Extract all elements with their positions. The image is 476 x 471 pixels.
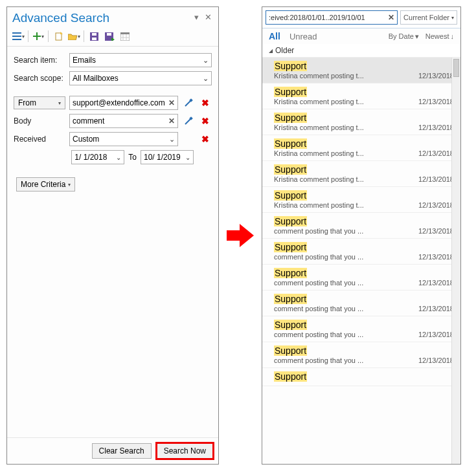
mail-date: 12/13/2018 bbox=[418, 201, 454, 209]
add-button[interactable] bbox=[31, 29, 45, 43]
body-input[interactable]: comment✕ bbox=[69, 114, 178, 128]
received-select[interactable]: Custom bbox=[69, 132, 178, 146]
mail-item[interactable]: Supportcomment posting that you ...12/13… bbox=[262, 342, 460, 368]
mail-item[interactable]: SupportKristina comment posting t...12/1… bbox=[262, 83, 460, 109]
advanced-search-panel: Advanced Search ▾ ✕ Search item: Emails … bbox=[6, 6, 219, 465]
eyedropper-icon[interactable] bbox=[182, 115, 195, 127]
scrollbar[interactable] bbox=[451, 58, 460, 464]
results-panel: :eived:2018/01/01..2019/10/01 ✕ Current … bbox=[262, 6, 461, 465]
mail-from: Support bbox=[274, 294, 454, 304]
eyedropper-icon[interactable] bbox=[182, 96, 195, 109]
mail-date: 12/13/2018 bbox=[418, 331, 454, 338]
mail-item[interactable]: Supportcomment posting that you ...12/13… bbox=[262, 265, 460, 290]
svg-rect-12 bbox=[107, 33, 111, 36]
mail-subject: comment posting that you ... bbox=[274, 331, 363, 338]
search-item-select[interactable]: Emails bbox=[69, 53, 212, 67]
scope-select[interactable]: Current Folder bbox=[400, 10, 457, 25]
remove-received-icon[interactable]: ✖ bbox=[199, 133, 212, 146]
mail-subject: Kristina comment posting t... bbox=[274, 72, 364, 80]
scrollbar-thumb[interactable] bbox=[453, 59, 459, 77]
svg-rect-4 bbox=[33, 36, 41, 37]
mail-item[interactable]: Supportcomment posting that you ...12/13… bbox=[262, 239, 460, 265]
save-button[interactable] bbox=[87, 29, 101, 43]
mail-date: 12/13/2018 bbox=[418, 227, 454, 235]
mail-from: Support bbox=[274, 216, 454, 226]
mail-date: 12/13/2018 bbox=[418, 279, 454, 287]
new-file-button[interactable] bbox=[51, 29, 65, 43]
mail-from: Support bbox=[274, 113, 454, 123]
mail-from: Support bbox=[274, 345, 454, 356]
mail-item[interactable]: SupportKristina comment posting t...12/1… bbox=[262, 135, 460, 161]
save-as-button[interactable] bbox=[102, 29, 117, 43]
mail-subject: Kristina comment posting t... bbox=[274, 149, 364, 157]
mail-from: Support bbox=[274, 61, 454, 71]
mail-from: Support bbox=[274, 138, 454, 149]
mail-item[interactable]: SupportKristina comment posting t...12/1… bbox=[262, 187, 460, 213]
mail-date: 12/13/2018 bbox=[418, 175, 454, 183]
mail-from: Support bbox=[274, 242, 454, 252]
toolbar bbox=[7, 27, 218, 47]
remove-body-icon[interactable]: ✖ bbox=[199, 115, 212, 127]
clear-body-icon[interactable]: ✕ bbox=[168, 116, 175, 126]
search-scope-select[interactable]: All Mailboxes bbox=[69, 71, 212, 85]
search-query-input[interactable]: :eived:2018/01/01..2019/10/01 ✕ bbox=[266, 10, 398, 25]
mail-item[interactable]: SupportKristina comment posting t...12/1… bbox=[262, 109, 460, 135]
date-to-label: To bbox=[128, 153, 137, 162]
svg-rect-9 bbox=[92, 33, 96, 36]
remove-from-icon[interactable]: ✖ bbox=[199, 96, 212, 109]
arrow-icon bbox=[224, 219, 256, 252]
svg-line-19 bbox=[185, 101, 190, 106]
more-criteria-button[interactable]: More Criteria bbox=[16, 177, 75, 192]
search-scope-label: Search scope: bbox=[14, 74, 65, 83]
sort-order-button[interactable]: Newest ↓ bbox=[425, 32, 454, 41]
mail-item[interactable]: Supportcomment posting that you ...12/13… bbox=[262, 290, 460, 316]
mail-date: 12/13/2018 bbox=[418, 124, 454, 131]
mail-item[interactable]: Supportcomment posting that you ...12/13… bbox=[262, 213, 460, 239]
mail-list: SupportKristina comment posting t...12/1… bbox=[262, 58, 460, 464]
svg-rect-0 bbox=[12, 32, 21, 34]
dropdown-icon[interactable]: ▾ bbox=[191, 13, 201, 23]
svg-rect-10 bbox=[92, 38, 96, 40]
mail-subject: comment posting that you ... bbox=[274, 305, 363, 312]
mail-date: 12/13/2018 bbox=[418, 356, 454, 364]
mail-item[interactable]: Support bbox=[262, 368, 460, 386]
list-menu-button[interactable] bbox=[11, 29, 25, 43]
group-header-older[interactable]: Older bbox=[262, 44, 460, 58]
body-label: Body bbox=[14, 116, 65, 126]
clear-search-button[interactable]: Clear Search bbox=[92, 443, 152, 459]
svg-rect-1 bbox=[12, 36, 21, 37]
svg-rect-15 bbox=[120, 32, 130, 34]
mail-date: 12/13/2018 bbox=[418, 72, 454, 80]
mail-subject: Kristina comment posting t... bbox=[274, 201, 364, 209]
mail-subject: comment posting that you ... bbox=[274, 227, 363, 235]
sort-by-button[interactable]: By Date ▾ bbox=[389, 32, 419, 41]
svg-rect-2 bbox=[12, 39, 21, 40]
svg-marker-6 bbox=[60, 32, 63, 34]
date-to-input[interactable]: 10/ 1/2019 bbox=[141, 150, 194, 164]
mail-from: Support bbox=[274, 268, 454, 278]
calendar-button[interactable] bbox=[118, 29, 132, 43]
mail-subject: Kristina comment posting t... bbox=[274, 124, 364, 131]
received-label: Received bbox=[14, 135, 65, 144]
tab-unread[interactable]: Unread bbox=[289, 32, 317, 41]
mail-item[interactable]: SupportKristina comment posting t...12/1… bbox=[262, 161, 460, 187]
mail-subject: comment posting that you ... bbox=[274, 356, 363, 364]
search-now-button[interactable]: Search Now bbox=[157, 443, 213, 459]
date-from-input[interactable]: 1/ 1/2018 bbox=[71, 150, 124, 164]
tab-all[interactable]: All bbox=[269, 31, 280, 41]
panel-title: Advanced Search bbox=[12, 11, 190, 25]
open-folder-button[interactable] bbox=[67, 29, 81, 43]
close-icon[interactable]: ✕ bbox=[203, 13, 213, 23]
mail-item[interactable]: SupportKristina comment posting t...12/1… bbox=[262, 58, 460, 83]
clear-search-icon[interactable]: ✕ bbox=[388, 13, 394, 22]
mail-item[interactable]: Supportcomment posting that you ...12/13… bbox=[262, 316, 460, 342]
mail-date: 12/13/2018 bbox=[418, 305, 454, 312]
mail-from: Support bbox=[274, 320, 454, 330]
from-field-button[interactable]: From bbox=[14, 96, 65, 109]
mail-subject: comment posting that you ... bbox=[274, 253, 363, 261]
from-input[interactable]: support@extendoffice.com✕ bbox=[69, 96, 178, 110]
mail-from: Support bbox=[274, 190, 454, 201]
search-item-label: Search item: bbox=[14, 56, 65, 65]
mail-from: Support bbox=[274, 371, 454, 382]
clear-from-icon[interactable]: ✕ bbox=[168, 98, 175, 107]
